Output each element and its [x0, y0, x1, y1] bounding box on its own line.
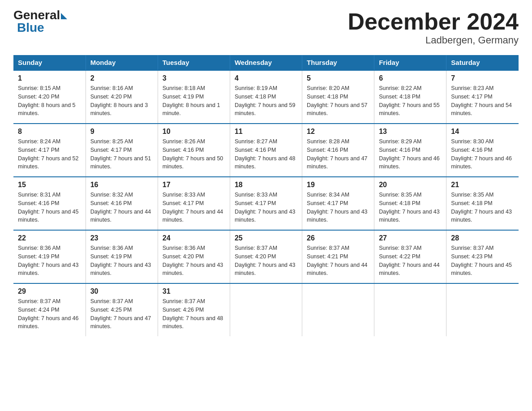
day-info: Sunrise: 8:18 AM Sunset: 4:19 PM Dayligh…	[163, 84, 225, 118]
day-number: 19	[307, 181, 369, 189]
calendar-cell: 15 Sunrise: 8:31 AM Sunset: 4:16 PM Dayl…	[13, 177, 86, 230]
day-info: Sunrise: 8:32 AM Sunset: 4:16 PM Dayligh…	[90, 191, 153, 224]
day-info: Sunrise: 8:37 AM Sunset: 4:25 PM Dayligh…	[90, 297, 153, 331]
calendar-cell: 14 Sunrise: 8:30 AM Sunset: 4:16 PM Dayl…	[446, 124, 519, 177]
day-number: 28	[451, 234, 514, 242]
day-info: Sunrise: 8:22 AM Sunset: 4:18 PM Dayligh…	[379, 84, 442, 118]
calendar-cell: 6 Sunrise: 8:22 AM Sunset: 4:18 PM Dayli…	[374, 70, 446, 124]
calendar-cell: 21 Sunrise: 8:35 AM Sunset: 4:18 PM Dayl…	[446, 177, 519, 230]
day-number: 14	[451, 128, 514, 136]
weekday-header-monday: Monday	[86, 55, 158, 70]
day-number: 4	[235, 74, 297, 82]
day-info: Sunrise: 8:26 AM Sunset: 4:16 PM Dayligh…	[163, 137, 225, 171]
calendar-cell: 23 Sunrise: 8:36 AM Sunset: 4:19 PM Dayl…	[86, 230, 158, 283]
day-number: 25	[235, 234, 297, 242]
day-info: Sunrise: 8:37 AM Sunset: 4:22 PM Dayligh…	[379, 244, 442, 278]
calendar-cell: 30 Sunrise: 8:37 AM Sunset: 4:25 PM Dayl…	[86, 283, 158, 336]
day-number: 21	[451, 181, 514, 189]
calendar-week-row: 29 Sunrise: 8:37 AM Sunset: 4:24 PM Dayl…	[13, 283, 519, 336]
day-info: Sunrise: 8:37 AM Sunset: 4:26 PM Dayligh…	[163, 297, 225, 331]
day-info: Sunrise: 8:31 AM Sunset: 4:16 PM Dayligh…	[18, 191, 81, 224]
day-number: 15	[18, 181, 81, 189]
day-info: Sunrise: 8:35 AM Sunset: 4:18 PM Dayligh…	[451, 191, 514, 224]
calendar-week-row: 8 Sunrise: 8:24 AM Sunset: 4:17 PM Dayli…	[13, 124, 519, 177]
calendar-cell: 13 Sunrise: 8:29 AM Sunset: 4:16 PM Dayl…	[374, 124, 446, 177]
day-info: Sunrise: 8:19 AM Sunset: 4:18 PM Dayligh…	[235, 84, 297, 118]
page-header: General Blue December 2024 Ladbergen, Ge…	[13, 9, 519, 46]
calendar-cell	[302, 283, 374, 336]
day-info: Sunrise: 8:36 AM Sunset: 4:19 PM Dayligh…	[18, 244, 81, 278]
calendar-cell: 27 Sunrise: 8:37 AM Sunset: 4:22 PM Dayl…	[374, 230, 446, 283]
location-text: Ladbergen, Germany	[348, 34, 519, 46]
weekday-header-tuesday: Tuesday	[158, 55, 230, 70]
weekday-header-sunday: Sunday	[13, 55, 86, 70]
calendar-cell: 10 Sunrise: 8:26 AM Sunset: 4:16 PM Dayl…	[158, 124, 230, 177]
calendar-cell: 2 Sunrise: 8:16 AM Sunset: 4:20 PM Dayli…	[86, 70, 158, 124]
weekday-header-saturday: Saturday	[446, 55, 519, 70]
calendar-cell: 4 Sunrise: 8:19 AM Sunset: 4:18 PM Dayli…	[230, 70, 302, 124]
day-number: 11	[235, 128, 297, 136]
calendar-table: SundayMondayTuesdayWednesdayThursdayFrid…	[13, 55, 519, 336]
day-info: Sunrise: 8:23 AM Sunset: 4:17 PM Dayligh…	[451, 84, 514, 118]
day-info: Sunrise: 8:16 AM Sunset: 4:20 PM Dayligh…	[90, 84, 153, 118]
day-number: 8	[18, 128, 81, 136]
calendar-cell	[374, 283, 446, 336]
calendar-cell: 22 Sunrise: 8:36 AM Sunset: 4:19 PM Dayl…	[13, 230, 86, 283]
calendar-cell: 18 Sunrise: 8:33 AM Sunset: 4:17 PM Dayl…	[230, 177, 302, 230]
calendar-cell: 9 Sunrise: 8:25 AM Sunset: 4:17 PM Dayli…	[86, 124, 158, 177]
day-number: 6	[379, 74, 442, 82]
logo: General Blue	[13, 9, 67, 34]
day-number: 20	[379, 181, 442, 189]
calendar-cell: 3 Sunrise: 8:18 AM Sunset: 4:19 PM Dayli…	[158, 70, 230, 124]
day-info: Sunrise: 8:36 AM Sunset: 4:19 PM Dayligh…	[90, 244, 153, 278]
day-number: 24	[163, 234, 225, 242]
day-number: 5	[307, 74, 369, 82]
calendar-cell: 7 Sunrise: 8:23 AM Sunset: 4:17 PM Dayli…	[446, 70, 519, 124]
calendar-cell: 1 Sunrise: 8:15 AM Sunset: 4:20 PM Dayli…	[13, 70, 86, 124]
day-number: 7	[451, 74, 514, 82]
day-number: 9	[90, 128, 153, 136]
day-number: 31	[163, 287, 225, 295]
day-info: Sunrise: 8:30 AM Sunset: 4:16 PM Dayligh…	[451, 137, 514, 171]
day-number: 17	[163, 181, 225, 189]
calendar-cell: 25 Sunrise: 8:37 AM Sunset: 4:20 PM Dayl…	[230, 230, 302, 283]
logo-general-text: General	[13, 9, 60, 21]
calendar-cell: 24 Sunrise: 8:36 AM Sunset: 4:20 PM Dayl…	[158, 230, 230, 283]
day-number: 13	[379, 128, 442, 136]
day-number: 26	[307, 234, 369, 242]
logo-arrow-icon	[61, 13, 67, 19]
day-number: 29	[18, 287, 81, 295]
day-info: Sunrise: 8:33 AM Sunset: 4:17 PM Dayligh…	[163, 191, 225, 224]
day-info: Sunrise: 8:29 AM Sunset: 4:16 PM Dayligh…	[379, 137, 442, 171]
calendar-week-row: 15 Sunrise: 8:31 AM Sunset: 4:16 PM Dayl…	[13, 177, 519, 230]
calendar-cell	[230, 283, 302, 336]
day-number: 10	[163, 128, 225, 136]
day-info: Sunrise: 8:37 AM Sunset: 4:24 PM Dayligh…	[18, 297, 81, 331]
calendar-cell: 28 Sunrise: 8:37 AM Sunset: 4:23 PM Dayl…	[446, 230, 519, 283]
calendar-header-row: SundayMondayTuesdayWednesdayThursdayFrid…	[13, 55, 519, 70]
day-info: Sunrise: 8:37 AM Sunset: 4:21 PM Dayligh…	[307, 244, 369, 278]
calendar-cell: 20 Sunrise: 8:35 AM Sunset: 4:18 PM Dayl…	[374, 177, 446, 230]
calendar-cell: 16 Sunrise: 8:32 AM Sunset: 4:16 PM Dayl…	[86, 177, 158, 230]
day-number: 16	[90, 181, 153, 189]
day-number: 30	[90, 287, 153, 295]
day-info: Sunrise: 8:34 AM Sunset: 4:17 PM Dayligh…	[307, 191, 369, 224]
day-info: Sunrise: 8:20 AM Sunset: 4:18 PM Dayligh…	[307, 84, 369, 118]
day-number: 27	[379, 234, 442, 242]
day-number: 2	[90, 74, 153, 82]
day-number: 23	[90, 234, 153, 242]
day-info: Sunrise: 8:33 AM Sunset: 4:17 PM Dayligh…	[235, 191, 297, 224]
day-number: 22	[18, 234, 81, 242]
day-info: Sunrise: 8:35 AM Sunset: 4:18 PM Dayligh…	[379, 191, 442, 224]
title-block: December 2024 Ladbergen, Germany	[348, 9, 519, 46]
day-info: Sunrise: 8:25 AM Sunset: 4:17 PM Dayligh…	[90, 137, 153, 171]
calendar-cell: 11 Sunrise: 8:27 AM Sunset: 4:16 PM Dayl…	[230, 124, 302, 177]
calendar-cell: 31 Sunrise: 8:37 AM Sunset: 4:26 PM Dayl…	[158, 283, 230, 336]
day-info: Sunrise: 8:37 AM Sunset: 4:20 PM Dayligh…	[235, 244, 297, 278]
calendar-week-row: 1 Sunrise: 8:15 AM Sunset: 4:20 PM Dayli…	[13, 70, 519, 124]
weekday-header-wednesday: Wednesday	[230, 55, 302, 70]
calendar-cell: 29 Sunrise: 8:37 AM Sunset: 4:24 PM Dayl…	[13, 283, 86, 336]
calendar-cell: 26 Sunrise: 8:37 AM Sunset: 4:21 PM Dayl…	[302, 230, 374, 283]
day-info: Sunrise: 8:27 AM Sunset: 4:16 PM Dayligh…	[235, 137, 297, 171]
weekday-header-friday: Friday	[374, 55, 446, 70]
